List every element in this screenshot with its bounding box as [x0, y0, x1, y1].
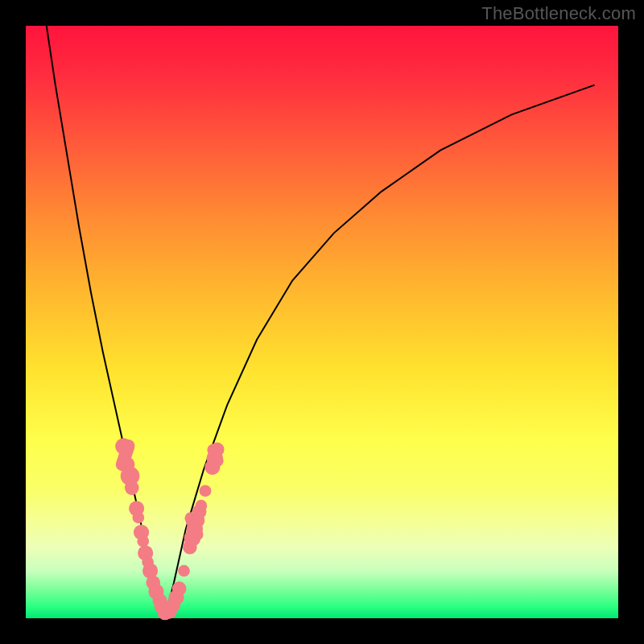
markers-group	[114, 438, 225, 620]
attribution-text: TheBottleneck.com	[481, 3, 636, 24]
marker-point	[132, 512, 144, 524]
marker-point	[115, 438, 132, 455]
marker-point	[125, 481, 139, 495]
curve-right-branch	[165, 85, 595, 618]
marker-point	[137, 535, 149, 547]
marker-point	[172, 581, 187, 596]
plot-area	[26, 26, 618, 618]
marker-point	[200, 485, 212, 497]
chart-frame: TheBottleneck.com	[0, 0, 644, 644]
curve-layer	[26, 26, 618, 618]
marker-point	[196, 500, 208, 512]
marker-point	[210, 442, 225, 456]
curves-group	[47, 26, 595, 618]
marker-point	[178, 565, 190, 577]
